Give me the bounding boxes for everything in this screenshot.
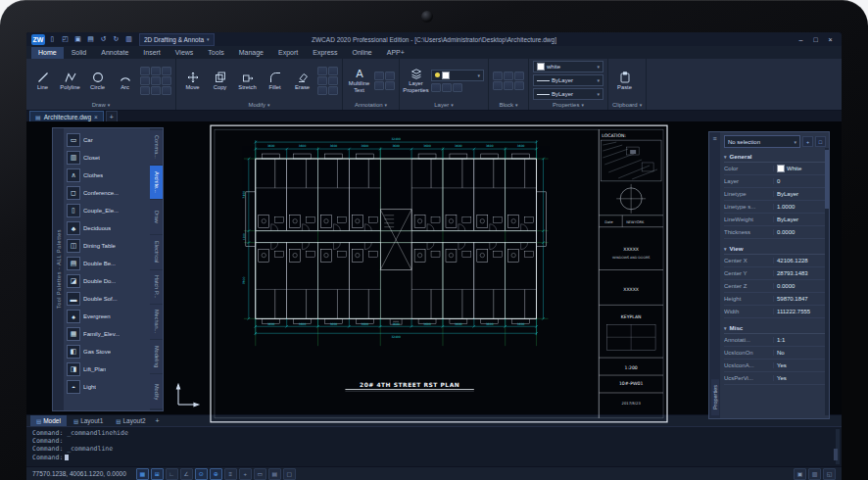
palette-tab-modeling[interactable]: Modeling <box>150 340 163 374</box>
palette-tab-mechanical[interactable]: Mechan... <box>150 305 163 339</box>
drawing-sheet[interactable]: 3600 3600 3600 3600 3600 3600 3600 3600 … <box>209 123 669 424</box>
draw-mini-icon[interactable] <box>140 67 150 75</box>
properties-panel-tab[interactable]: Properties <box>711 379 719 415</box>
tab-manage[interactable]: Manage <box>232 47 270 59</box>
modify-mini-icon[interactable] <box>317 76 327 85</box>
command-scrollbar[interactable] <box>836 429 840 464</box>
object-track-icon[interactable]: ⊕ <box>210 468 222 480</box>
lineweight-display-icon[interactable]: ≡ <box>224 468 237 480</box>
fillet-button[interactable]: Fillet <box>263 67 287 94</box>
draw-mini-icon[interactable] <box>151 67 161 75</box>
clipboard-panel-label[interactable]: Clipboard ▾ <box>612 100 642 110</box>
modify-mini-icon[interactable] <box>328 86 338 95</box>
move-button[interactable]: Move <box>180 67 205 94</box>
draw-mini-icon[interactable] <box>162 76 171 85</box>
maximize-button[interactable]: □ <box>809 34 822 44</box>
new-tab-button[interactable]: + <box>106 111 118 121</box>
command-line-panel[interactable]: Command: _commandlinehide Command: Comma… <box>26 426 842 466</box>
palette-item-double-sofa[interactable]: ▬Double Sof... <box>66 290 148 308</box>
palette-item-gas-stove[interactable]: ◧Gas Stove <box>66 343 148 360</box>
property-value[interactable]: 42106.1228 <box>774 258 826 264</box>
modify-mini-icon[interactable] <box>317 86 327 95</box>
model-space-icon[interactable]: ▭ <box>254 468 266 480</box>
property-value[interactable]: ByLayer <box>774 191 826 197</box>
property-value[interactable]: 1:1 <box>774 337 826 343</box>
command-prompt[interactable]: Command: <box>32 454 832 461</box>
tab-app-plus[interactable]: APP+ <box>380 47 411 59</box>
annotation-mini-icon[interactable] <box>385 72 395 80</box>
draw-panel-label[interactable]: Draw ▾ <box>30 100 171 110</box>
layer-dropdown[interactable]: ▾ <box>431 70 484 81</box>
palette-item-conference[interactable]: ◻Conference... <box>66 184 148 202</box>
block-mini-icon[interactable] <box>514 72 524 80</box>
save-icon[interactable]: ▣ <box>72 34 83 45</box>
palette-item-deciduous[interactable]: ♣Deciduous <box>66 219 148 237</box>
draw-mini-icon[interactable] <box>140 76 150 85</box>
property-value[interactable]: 0 <box>774 178 826 184</box>
palette-item-double-door[interactable]: ◪Double Do... <box>66 272 148 290</box>
workspace-switch-icon[interactable]: ▣ <box>794 468 806 480</box>
property-value[interactable]: Yes <box>774 362 826 368</box>
polar-tracking-icon[interactable]: ∠ <box>180 468 193 480</box>
pick-icon[interactable]: □ <box>815 136 826 147</box>
section-general[interactable]: ▾ General <box>724 151 826 163</box>
display-settings-icon[interactable]: ▥ <box>808 468 821 480</box>
minimize-button[interactable]: – <box>795 34 807 44</box>
zwcad-logo[interactable]: ZW <box>31 34 45 45</box>
dynamic-input-icon[interactable]: + <box>239 468 252 480</box>
block-mini-icon[interactable] <box>514 81 524 90</box>
scrollbar-thumb[interactable] <box>834 449 838 460</box>
doc-tab-architecture[interactable]: ▤ Architecture.dwg × <box>29 111 104 121</box>
undo-icon[interactable]: ↺ <box>98 34 109 45</box>
layer-mini-icon[interactable] <box>431 83 441 92</box>
property-value[interactable]: ByLayer <box>774 216 826 222</box>
palette-tab-command[interactable]: Comma... <box>150 130 163 165</box>
property-value[interactable]: 0.0000 <box>774 229 826 235</box>
polyline-button[interactable]: Polyline <box>58 67 82 94</box>
linetype-dropdown[interactable]: ByLayer ▾ <box>533 88 603 100</box>
redo-icon[interactable]: ↻ <box>111 34 121 45</box>
property-value[interactable]: 1.0000 <box>774 204 826 210</box>
annotation-scale-icon[interactable]: ▤ <box>268 468 281 480</box>
tool-palette-title-strip[interactable]: Tool Palettes - ALL Palettes <box>53 128 64 410</box>
modify-panel-label[interactable]: Modify ▾ <box>180 100 338 110</box>
tab-tools[interactable]: Tools <box>201 47 230 59</box>
property-value[interactable]: 111222.7555 <box>774 309 826 314</box>
tab-layout2[interactable]: ▤ Layout2 <box>110 415 151 426</box>
property-value[interactable]: 28793.1483 <box>774 270 826 276</box>
block-panel-label[interactable]: Block ▾ <box>493 100 524 110</box>
color-dropdown[interactable]: white ▾ <box>533 61 603 72</box>
palette-tab-electrical[interactable]: Electrical <box>150 235 163 269</box>
annotation-mini-icon[interactable] <box>374 72 384 80</box>
palette-item-closet[interactable]: ▥Closet <box>66 149 148 167</box>
palette-item-clothes[interactable]: ∧Clothes <box>66 167 148 184</box>
lineweight-dropdown[interactable]: ByLayer ▾ <box>533 74 603 86</box>
ortho-icon[interactable]: ∟ <box>166 468 178 480</box>
modify-mini-icon[interactable] <box>328 76 338 85</box>
arc-button[interactable]: Arc <box>113 67 137 94</box>
palette-item-couple-elec[interactable]: ▯Couple_Ele... <box>66 202 148 219</box>
modify-mini-icon[interactable] <box>328 67 338 75</box>
object-snap-icon[interactable]: ⊙ <box>195 468 208 480</box>
draw-mini-icon[interactable] <box>140 86 150 95</box>
layer-properties-button[interactable]: Layer Properties <box>404 67 428 94</box>
menu-icon[interactable]: ≡ <box>712 135 716 142</box>
tab-express[interactable]: Express <box>306 47 344 59</box>
section-view[interactable]: ▾ View <box>724 243 826 255</box>
workspace-selector[interactable]: 2D Drafting & Annota ▾ <box>139 33 215 46</box>
block-mini-icon[interactable] <box>504 81 513 90</box>
draw-mini-icon[interactable] <box>151 76 161 85</box>
tab-export[interactable]: Export <box>271 47 305 59</box>
property-value[interactable]: White <box>774 165 826 172</box>
palette-tab-architecture[interactable]: Archite... <box>150 166 163 200</box>
palette-tab-draw[interactable]: Draw <box>150 200 163 234</box>
stretch-button[interactable]: Stretch <box>235 67 260 94</box>
layer-mini-icon[interactable] <box>442 83 452 92</box>
property-value[interactable]: 0.0000 <box>774 283 826 289</box>
tab-online[interactable]: Online <box>346 47 379 59</box>
paste-button[interactable]: Paste <box>612 67 637 94</box>
new-file-icon[interactable]: ▯ <box>47 34 58 45</box>
properties-scrollbar[interactable] <box>825 148 829 415</box>
plot-icon[interactable]: ▥ <box>123 34 134 45</box>
draw-mini-icon[interactable] <box>151 86 161 95</box>
